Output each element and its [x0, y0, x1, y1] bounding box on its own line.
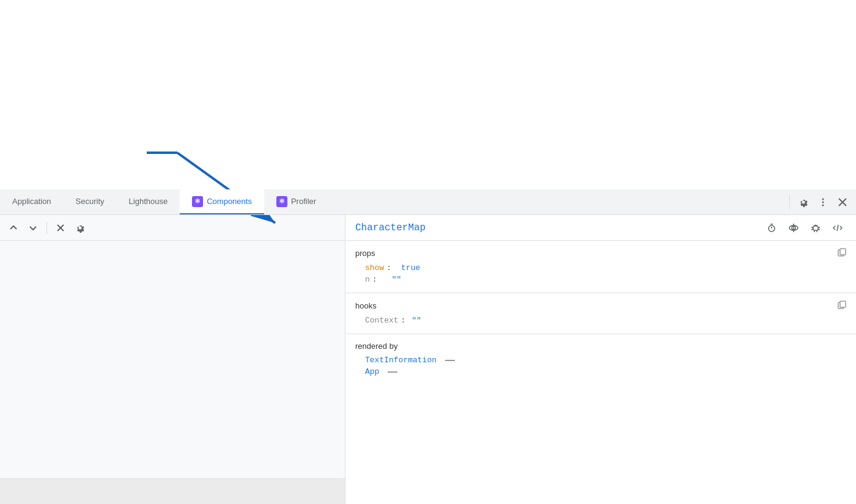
tab-lighthouse[interactable]: Lighthouse	[117, 189, 180, 214]
settings-button[interactable]	[795, 194, 812, 211]
bug-icon-button[interactable]	[807, 219, 824, 236]
props-header-row: props	[355, 248, 846, 258]
tab-divider	[789, 194, 790, 210]
tab-application-label: Application	[12, 197, 51, 206]
toolbar-divider	[46, 222, 47, 234]
prop-key-show: show	[365, 263, 384, 272]
prop-value-show: true	[401, 263, 420, 272]
rendered-link-app[interactable]: App	[355, 366, 846, 378]
rendered-link-textinformation[interactable]: TextInformation	[355, 354, 846, 366]
tab-actions	[787, 189, 856, 214]
down-button[interactable]	[24, 219, 42, 236]
source-icon-button[interactable]	[829, 219, 846, 236]
content-area: CharacterMap	[0, 215, 856, 504]
header-icons	[763, 219, 846, 236]
svg-point-5	[822, 204, 824, 206]
react-profiler-icon: ⚛	[276, 196, 287, 207]
tab-bar: Application Security Lighthouse ⚛ Compon…	[0, 189, 856, 215]
textinformation-dash	[445, 360, 455, 361]
hook-colon: :	[401, 316, 406, 325]
inspect-icon-button[interactable]	[785, 219, 802, 236]
tab-security[interactable]: Security	[64, 189, 117, 214]
up-button[interactable]	[5, 219, 22, 236]
left-panel	[0, 215, 345, 504]
prop-colon-1: :	[386, 263, 391, 272]
tab-components[interactable]: ⚛ Components	[180, 189, 264, 214]
tab-lighthouse-label: Lighthouse	[129, 197, 168, 206]
svg-rect-16	[813, 226, 818, 230]
tab-profiler[interactable]: ⚛ Profiler	[264, 189, 328, 214]
svg-rect-25	[840, 249, 846, 255]
props-section: props show : true n : ""	[345, 241, 856, 293]
svg-line-19	[818, 227, 820, 228]
props-copy-button[interactable]	[838, 248, 846, 258]
more-button[interactable]	[814, 194, 832, 211]
left-panel-footer	[0, 478, 345, 504]
hook-row-context: Context : ""	[355, 315, 846, 326]
prop-row-n: n : ""	[355, 274, 846, 285]
svg-point-3	[822, 198, 824, 200]
tab-security-label: Security	[76, 197, 105, 206]
close-button[interactable]	[834, 194, 851, 211]
svg-line-18	[811, 229, 813, 230]
tab-application[interactable]: Application	[0, 189, 64, 214]
props-label: props	[355, 249, 375, 258]
prop-row-show: show : true	[355, 262, 846, 274]
prop-colon-2: :	[372, 275, 377, 284]
tab-profiler-label: Profiler	[291, 197, 316, 206]
rendered-label: rendered by	[355, 341, 397, 351]
component-name: CharacterMap	[355, 222, 426, 233]
svg-line-23	[837, 225, 838, 231]
component-tree	[0, 241, 345, 478]
top-area	[0, 0, 856, 189]
timer-icon-button[interactable]	[763, 219, 780, 236]
clear-button[interactable]	[52, 219, 69, 236]
rendered-header-row: rendered by	[355, 341, 846, 351]
svg-line-17	[811, 227, 813, 228]
rendered-section: rendered by TextInformation App	[345, 334, 856, 385]
svg-point-4	[822, 201, 824, 203]
hooks-copy-button[interactable]	[838, 301, 846, 311]
component-header: CharacterMap	[345, 215, 856, 241]
svg-rect-27	[840, 301, 846, 307]
filter-settings-button[interactable]	[72, 219, 89, 236]
hooks-section: hooks Context : ""	[345, 293, 856, 334]
prop-key-n: n	[365, 275, 370, 284]
prop-value-n: ""	[392, 275, 402, 284]
hook-key-context: Context	[365, 316, 399, 325]
hooks-header-row: hooks	[355, 301, 846, 311]
right-panel: CharacterMap	[345, 215, 856, 504]
hooks-label: hooks	[355, 301, 377, 310]
app-dash	[388, 371, 397, 373]
svg-line-20	[818, 229, 820, 230]
tab-components-label: Components	[207, 197, 252, 206]
hook-value-context: ""	[411, 316, 421, 325]
react-components-icon: ⚛	[192, 196, 203, 207]
